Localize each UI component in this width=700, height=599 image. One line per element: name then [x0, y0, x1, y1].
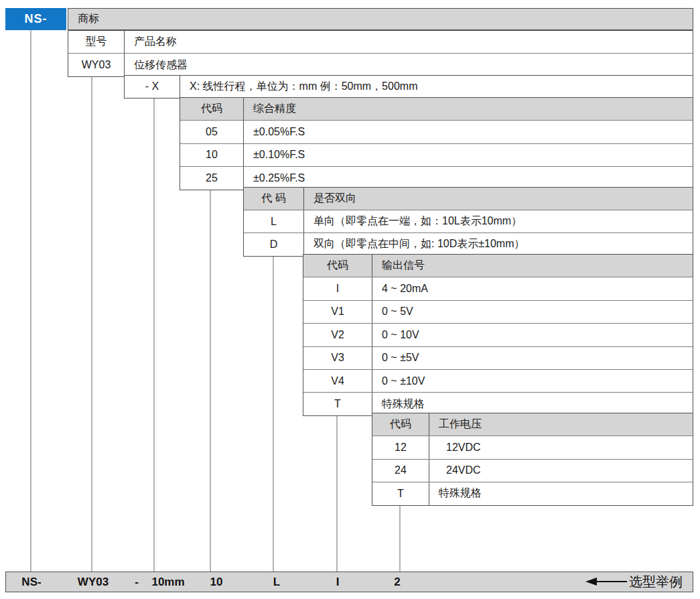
accuracy-row-value: ±0.05%F.S [244, 121, 693, 143]
connector-line-direction [273, 253, 274, 572]
output-row-value: 0 ~ 10V [372, 324, 693, 346]
direction-row-code: D [244, 233, 304, 255]
stroke-row: - X X: 线性行程，单位为：mm 例：50mm，500mm [125, 76, 693, 98]
stroke-desc: X: 线性行程，单位为：mm 例：50mm，500mm [180, 76, 693, 98]
direction-row-value: 双向（即零点在中间，如: 10D表示±10mm） [304, 233, 693, 255]
output-row-code: T [303, 393, 372, 415]
accuracy-row-code: 10 [180, 144, 244, 166]
accuracy-title-header: 综合精度 [244, 98, 693, 120]
voltage-row-code: 12 [372, 436, 429, 458]
direction-title-header: 是否双向 [304, 188, 693, 210]
example-item-dash: - [131, 572, 142, 592]
output-row: I 4 ~ 20mA [303, 277, 693, 300]
trademark-label: 商标 [78, 12, 99, 26]
stroke-table: - X X: 线性行程，单位为：mm 例：50mm，500mm [124, 75, 693, 98]
output-row-value: 4 ~ 20mA [372, 277, 693, 300]
output-row-code: V4 [303, 370, 372, 392]
connector-line-brand [30, 29, 31, 572]
stroke-code: - X [125, 76, 180, 98]
arrow-shaft [594, 581, 627, 582]
output-row-value: 0 ~ 5V [372, 301, 693, 323]
voltage-row: 12 12VDC [372, 436, 693, 458]
example-caption: 选型举例 [629, 572, 683, 592]
accuracy-row: 05 ±0.05%F.S [180, 120, 693, 143]
product-name-header: 产品名称 [125, 31, 693, 53]
voltage-row-value: 特殊规格 [429, 482, 693, 505]
output-row: V2 0 ~ 10V [303, 323, 693, 346]
output-row: V3 0 ~ ±5V [303, 346, 693, 369]
output-row-code: V3 [303, 347, 372, 369]
example-item-voltage: 2 [384, 572, 411, 592]
output-row-code: V2 [303, 324, 372, 346]
output-row-value: 0 ~ ±5V [372, 347, 693, 369]
voltage-row-code: 24 [372, 460, 429, 482]
voltage-row-code: T [372, 482, 429, 505]
accuracy-row: 10 ±0.10%F.S [180, 143, 693, 166]
output-table: 代码 输出信号 I 4 ~ 20mA V1 0 ~ 5V V2 0 ~ 10V … [303, 254, 693, 416]
direction-code-header: 代 码 [244, 188, 304, 210]
output-row: V1 0 ~ 5V [303, 300, 693, 323]
accuracy-header-row: 代码 综合精度 [180, 98, 693, 120]
trademark-header: 商标 [68, 8, 693, 30]
direction-header-row: 代 码 是否双向 [244, 188, 693, 210]
voltage-row-value: 12VDC [429, 436, 693, 458]
example-item-brand: NS- [11, 572, 52, 592]
model-table: 型号 产品名称 WY03 位移传感器 [68, 30, 693, 77]
connector-line-model [91, 74, 92, 572]
model-selection-guide: NS- 商标 型号 产品名称 WY03 位移传感器 - X X: 线性行程，单位… [0, 0, 700, 599]
example-item-direction: L [263, 572, 290, 592]
voltage-row: 24 24VDC [372, 459, 693, 482]
example-item-stroke: 10mm [148, 572, 188, 592]
direction-table: 代 码 是否双向 L 单向（即零点在一端，如：10L表示10mm） D 双向（即… [243, 187, 693, 257]
voltage-code-header: 代码 [372, 413, 429, 436]
voltage-row-value: 24VDC [429, 460, 693, 482]
direction-row-code: L [244, 210, 304, 232]
output-header-row: 代码 输出信号 [303, 255, 693, 277]
voltage-row: T 特殊规格 [372, 482, 693, 505]
example-item-accuracy: 10 [203, 572, 230, 592]
output-row: V4 0 ~ ±10V [303, 369, 693, 392]
output-row-value: 特殊规格 [372, 393, 693, 415]
model-table-row: WY03 位移传感器 [68, 53, 693, 76]
example-item-model: WY03 [73, 572, 113, 592]
output-row-code: V1 [303, 301, 372, 323]
accuracy-code-header: 代码 [180, 98, 244, 120]
output-code-header: 代码 [303, 255, 372, 277]
model-table-header-row: 型号 产品名称 [68, 31, 693, 53]
direction-row: D 双向（即零点在中间，如: 10D表示±10mm） [244, 232, 693, 255]
product-name-value: 位移传感器 [125, 54, 693, 76]
accuracy-row-code: 05 [180, 121, 244, 143]
brand-prefix-box: NS- [5, 8, 66, 30]
connector-line-output [336, 410, 338, 572]
connector-line-accuracy [210, 186, 211, 572]
accuracy-table: 代码 综合精度 05 ±0.05%F.S 10 ±0.10%F.S 25 ±0.… [180, 97, 693, 190]
connector-line-stroke [153, 96, 155, 572]
accuracy-row-code: 25 [180, 167, 244, 189]
accuracy-row-value: ±0.10%F.S [244, 144, 693, 166]
output-row-value: 0 ~ ±10V [372, 370, 693, 392]
example-item-output: I [324, 572, 351, 592]
direction-row-value: 单向（即零点在一端，如：10L表示10mm） [304, 210, 693, 232]
direction-row: L 单向（即零点在一端，如：10L表示10mm） [244, 210, 693, 232]
voltage-header-row: 代码 工作电压 [372, 413, 693, 436]
model-code-value: WY03 [68, 54, 125, 76]
output-title-header: 输出信号 [372, 255, 693, 277]
model-code-header: 型号 [68, 31, 125, 53]
voltage-table: 代码 工作电压 12 12VDC 24 24VDC T 特殊规格 [372, 413, 693, 506]
accuracy-row: 25 ±0.25%F.S [180, 166, 693, 189]
example-bar: NS- WY03 - 10mm 10 L I 2 选型举例 [5, 572, 693, 592]
connector-line-voltage [399, 502, 401, 572]
voltage-title-header: 工作电压 [429, 413, 693, 436]
output-row: T 特殊规格 [303, 392, 693, 415]
output-row-code: I [303, 277, 372, 300]
